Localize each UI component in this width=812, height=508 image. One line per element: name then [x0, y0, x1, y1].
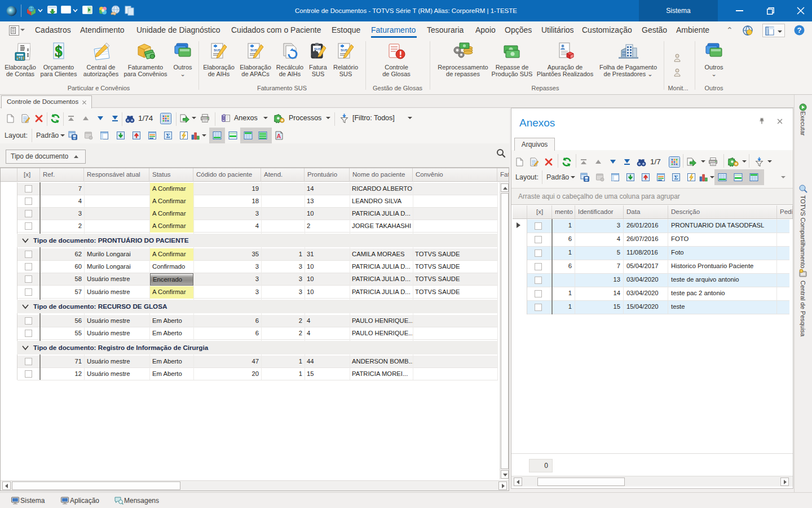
svg-text:$: $ [55, 43, 63, 60]
svg-text:?: ? [797, 26, 802, 34]
